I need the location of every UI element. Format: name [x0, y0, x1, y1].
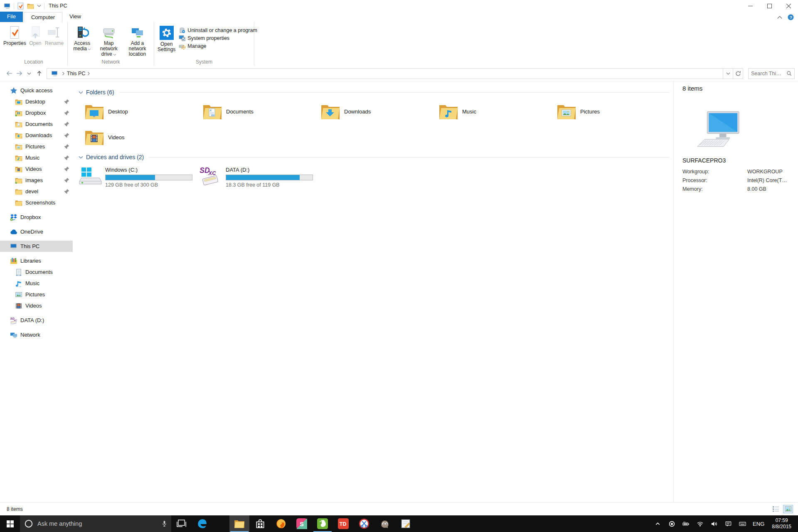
taskbar-app-store[interactable] — [250, 515, 270, 532]
pin-icon — [64, 121, 69, 127]
breadcrumb-path[interactable]: This PC — [67, 71, 85, 76]
minimize-ribbon-icon[interactable] — [777, 15, 783, 20]
sidebar-item-downloads[interactable]: Downloads — [0, 130, 73, 141]
sidebar-item-videos[interactable]: Videos — [0, 163, 73, 175]
sidebar-item-music[interactable]: Music — [0, 152, 73, 163]
sidebar-item-onedrive[interactable]: OneDrive — [0, 226, 73, 237]
search-icon[interactable] — [786, 71, 792, 76]
drive-tile-windows-c[interactable]: Windows (C:)129 GB free of 300 GB — [79, 166, 195, 188]
refresh-button[interactable] — [733, 68, 743, 79]
qat-dropdown-icon[interactable] — [37, 5, 41, 7]
system-tray: ENG 07:59 8/8/2015 — [650, 515, 798, 532]
back-button[interactable] — [4, 69, 14, 79]
sidebar-item-this-pc[interactable]: This PC — [0, 241, 73, 252]
taskbar-app-file-explorer[interactable] — [229, 515, 249, 532]
tray-record-button[interactable] — [665, 515, 679, 532]
tab-computer[interactable]: Computer — [24, 12, 62, 22]
icons-view-button[interactable] — [783, 505, 793, 513]
sidebar-item-pictures[interactable]: Pictures — [0, 289, 73, 300]
collapse-chevron-icon[interactable] — [79, 91, 83, 94]
language-indicator[interactable]: ENG — [749, 521, 768, 527]
folder-tile-videos[interactable]: Videos — [79, 126, 197, 149]
minimize-button[interactable] — [741, 0, 760, 12]
folder-tile-music[interactable]: Music — [433, 100, 551, 123]
rename-button[interactable]: Rename — [44, 24, 64, 46]
add-location-icon — [131, 26, 144, 39]
sidebar-item-quick-access[interactable]: Quick access — [0, 85, 73, 96]
open-settings-button[interactable]: Open Settings — [158, 24, 175, 52]
clock[interactable]: 07:59 8/8/2015 — [768, 517, 796, 530]
sidebar-item-pictures[interactable]: Pictures — [0, 141, 73, 152]
folder-tile-downloads[interactable]: Downloads — [315, 100, 433, 123]
map-network-drive-button[interactable]: Map network drive — [95, 24, 123, 57]
sidebar-item-documents[interactable]: Documents — [0, 266, 73, 278]
sidebar-item-videos[interactable]: Videos — [0, 300, 73, 311]
uninstall-program-button[interactable]: Uninstall or change a program — [179, 26, 257, 34]
taskbar-app-notes[interactable] — [396, 515, 416, 532]
drive-tile-data-d[interactable]: SDXCDATA (D:)18.3 GB free of 119 GB — [199, 166, 315, 188]
folder-tile-pictures[interactable]: Pictures — [551, 100, 669, 123]
cortana-search-box[interactable]: Ask me anything — [20, 515, 171, 532]
breadcrumb[interactable]: This PC — [47, 68, 723, 79]
sidebar-item-devel[interactable]: devel — [0, 186, 73, 197]
libraries-icon — [10, 257, 17, 265]
pin-icon — [64, 177, 69, 183]
taskbar-app-slack[interactable]: S — [292, 515, 312, 532]
taskbar-app-todoist[interactable]: TD — [333, 515, 353, 532]
open-button[interactable]: Open — [28, 24, 43, 46]
time: 07:59 — [772, 517, 791, 524]
folder-tile-desktop[interactable]: Desktop — [79, 100, 197, 123]
address-dropdown-button[interactable] — [723, 68, 733, 79]
sidebar-item-data-d[interactable]: SDXCDATA (D:) — [0, 315, 73, 326]
tab-file[interactable]: File — [0, 12, 23, 22]
taskbar-app-snipping-tool[interactable] — [354, 515, 374, 532]
drives-section-header[interactable]: Devices and drives (2) — [79, 153, 673, 161]
microphone-icon[interactable] — [162, 520, 167, 527]
chevron-right-icon[interactable] — [87, 71, 90, 76]
drives-section-title: Devices and drives (2) — [86, 154, 144, 160]
start-button[interactable] — [0, 515, 20, 532]
folder-plain-icon — [15, 199, 22, 207]
taskbar-app-firefox[interactable] — [271, 515, 291, 532]
sidebar-item-music[interactable]: Music — [0, 278, 73, 289]
sidebar-item-network[interactable]: Network — [0, 329, 73, 340]
sidebar-item-dropbox[interactable]: Dropbox — [0, 107, 73, 118]
taskbar-app-task-view[interactable] — [171, 515, 191, 532]
forward-button[interactable] — [14, 69, 24, 79]
sidebar-item-libraries[interactable]: Libraries — [0, 255, 73, 266]
close-button[interactable] — [779, 0, 798, 12]
folders-section-header[interactable]: Folders (6) — [79, 88, 673, 96]
search-input[interactable]: Search Thi… — [748, 68, 795, 79]
sidebar-item-screenshots[interactable]: Screenshots — [0, 197, 73, 208]
collapse-chevron-icon[interactable] — [79, 156, 83, 159]
tray-action-center-button[interactable] — [721, 515, 735, 532]
sidebar-item-dropbox[interactable]: Dropbox — [0, 212, 73, 223]
maximize-button[interactable] — [760, 0, 779, 12]
help-icon[interactable]: ? — [788, 14, 794, 20]
sidebar-item-documents[interactable]: ADocuments — [0, 118, 73, 130]
add-network-location-button[interactable]: Add a network location — [124, 24, 150, 57]
tray-wifi-button[interactable] — [693, 515, 707, 532]
tray-touch-keyboard-button[interactable] — [735, 515, 749, 532]
tray-volume-button[interactable] — [707, 515, 721, 532]
folder-tile-documents[interactable]: ADocuments — [197, 100, 315, 123]
details-view-icon — [772, 506, 779, 512]
sidebar-item-desktop[interactable]: Desktop — [0, 96, 73, 107]
taskbar-app-edge[interactable] — [192, 515, 212, 532]
system-properties-button[interactable]: System properties — [179, 34, 257, 42]
tray-battery-button[interactable] — [679, 515, 693, 532]
details-view-button[interactable] — [771, 505, 781, 513]
manage-button[interactable]: Manage — [179, 42, 257, 50]
new-folder-qat-icon[interactable] — [27, 2, 34, 10]
pin-icon — [64, 189, 69, 194]
sidebar-item-images[interactable]: images — [0, 175, 73, 186]
tray-chevron-up-button[interactable] — [650, 515, 665, 532]
taskbar-app-evernote[interactable] — [313, 515, 332, 532]
recent-locations-button[interactable] — [24, 69, 34, 79]
properties-qat-icon[interactable] — [17, 2, 24, 10]
tab-view[interactable]: View — [62, 12, 88, 22]
properties-button[interactable]: Properties — [3, 24, 26, 46]
access-media-button[interactable]: Access media — [71, 24, 93, 52]
taskbar-app-gimp[interactable] — [375, 515, 395, 532]
up-button[interactable] — [34, 69, 44, 79]
